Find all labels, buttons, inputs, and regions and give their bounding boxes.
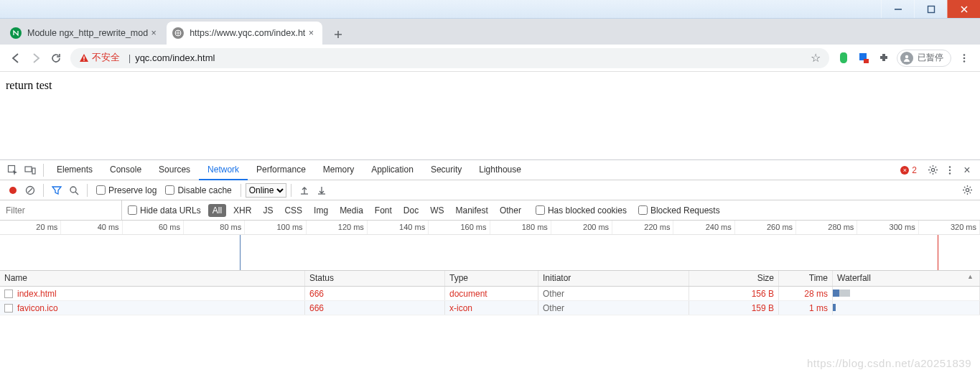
network-settings-icon[interactable] xyxy=(958,182,976,199)
request-name: favicon.ico xyxy=(17,303,58,313)
overview-tick: 200 ms xyxy=(551,221,612,234)
panel-tab-memory[interactable]: Memory xyxy=(314,160,363,180)
window-maximize-button[interactable] xyxy=(914,0,947,18)
inspect-element-icon[interactable] xyxy=(4,162,22,179)
import-har-icon[interactable] xyxy=(296,182,313,199)
window-minimize-button[interactable] xyxy=(881,0,914,18)
has-blocked-cookies-checkbox[interactable]: Has blocked cookies xyxy=(536,205,627,216)
hide-data-urls-checkbox[interactable]: Hide data URLs xyxy=(128,205,201,216)
browser-toolbar: 不安全 | yqc.com/index.html ☆ 已暂停 xyxy=(0,45,980,72)
svg-point-16 xyxy=(949,172,951,174)
svg-rect-5 xyxy=(864,59,869,63)
new-tab-button[interactable] xyxy=(328,24,348,45)
type-filter-ws[interactable]: WS xyxy=(426,204,448,217)
disable-cache-checkbox[interactable]: Disable cache xyxy=(165,185,231,195)
svg-point-9 xyxy=(963,60,966,62)
extensions-puzzle-icon[interactable] xyxy=(874,48,894,68)
extension-flag-icon[interactable] xyxy=(854,48,874,68)
tab-close-icon[interactable]: × xyxy=(305,27,317,39)
type-filter-js[interactable]: JS xyxy=(258,204,277,217)
request-initiator: Other xyxy=(538,301,689,315)
filter-input-wrapper xyxy=(0,200,122,220)
type-filter-css[interactable]: CSS xyxy=(280,204,307,217)
col-type[interactable]: Type xyxy=(445,271,538,286)
panel-tab-sources[interactable]: Sources xyxy=(150,160,199,180)
preserve-log-checkbox[interactable]: Preserve log xyxy=(96,185,157,195)
extension-evernote-icon[interactable] xyxy=(834,48,854,68)
console-error-badge[interactable]: × 2 xyxy=(900,165,917,175)
clear-button[interactable] xyxy=(22,182,39,199)
network-filter-row: Hide data URLs All XHR JS CSS Img Media … xyxy=(0,200,980,221)
type-filter-font[interactable]: Font xyxy=(370,204,396,217)
svg-rect-3 xyxy=(83,60,84,60)
panel-tab-application[interactable]: Application xyxy=(363,160,422,180)
error-count: 2 xyxy=(912,165,917,175)
record-button[interactable] xyxy=(4,182,22,199)
type-filter-all[interactable]: All xyxy=(208,204,226,217)
col-status[interactable]: Status xyxy=(305,271,445,286)
browser-tab-1[interactable]: https://www.yqc.com/index.ht × xyxy=(167,22,322,45)
type-filter-img[interactable]: Img xyxy=(309,204,332,217)
profile-avatar-icon xyxy=(900,52,913,65)
insecure-warning-label: 不安全 xyxy=(92,52,120,64)
network-overview[interactable]: 20 ms40 ms60 ms80 ms100 ms120 ms140 ms16… xyxy=(0,221,980,271)
device-toolbar-icon[interactable] xyxy=(22,162,39,179)
overview-marker xyxy=(938,235,938,270)
type-filter-manifest[interactable]: Manifest xyxy=(452,204,493,217)
devtools-settings-icon[interactable] xyxy=(924,162,941,179)
col-initiator[interactable]: Initiator xyxy=(538,271,689,286)
panel-tab-performance[interactable]: Performance xyxy=(248,160,314,180)
export-har-icon[interactable] xyxy=(313,182,330,199)
overview-tick: 300 ms xyxy=(857,221,918,234)
overview-tick: 60 ms xyxy=(123,221,184,234)
address-bar[interactable]: 不安全 | yqc.com/index.html ☆ xyxy=(70,48,829,68)
svg-point-15 xyxy=(949,169,951,170)
panel-tab-elements[interactable]: Elements xyxy=(48,160,101,180)
insecure-warning: 不安全 xyxy=(79,52,120,64)
overview-tick: 100 ms xyxy=(245,221,306,234)
request-name: index.html xyxy=(17,289,57,299)
type-filter-xhr[interactable]: XHR xyxy=(229,204,256,217)
window-close-button[interactable] xyxy=(947,0,980,18)
col-waterfall[interactable]: Waterfall xyxy=(833,271,980,286)
url-text: yqc.com/index.html xyxy=(135,52,215,63)
panel-tab-console[interactable]: Console xyxy=(101,160,150,180)
col-name[interactable]: Name xyxy=(0,271,305,286)
col-time[interactable]: Time xyxy=(779,271,833,286)
overview-tick: 180 ms xyxy=(490,221,551,234)
svg-point-17 xyxy=(9,187,17,194)
svg-point-7 xyxy=(963,54,966,56)
network-row[interactable]: index.html666documentOther156 B28 ms xyxy=(0,287,980,301)
file-icon xyxy=(4,290,13,298)
col-size[interactable]: Size xyxy=(689,271,779,286)
tab-close-icon[interactable]: × xyxy=(148,27,159,39)
search-icon[interactable] xyxy=(65,182,83,199)
nav-forward-button[interactable] xyxy=(26,48,46,68)
svg-rect-2 xyxy=(83,56,84,59)
type-filter-doc[interactable]: Doc xyxy=(399,204,423,217)
devtools-more-icon[interactable] xyxy=(941,162,958,179)
panel-tab-lighthouse[interactable]: Lighthouse xyxy=(470,160,530,180)
blocked-requests-checkbox[interactable]: Blocked Requests xyxy=(638,205,720,216)
throttling-select[interactable]: Online xyxy=(246,183,286,198)
browser-menu-button[interactable] xyxy=(954,48,974,68)
request-waterfall xyxy=(833,287,980,300)
nav-back-button[interactable] xyxy=(6,48,26,68)
type-filter-media[interactable]: Media xyxy=(335,204,368,217)
network-table: Name Status Type Initiator Size Time Wat… xyxy=(0,271,980,375)
devtools-panel: Elements Console Sources Network Perform… xyxy=(0,159,980,375)
panel-tab-security[interactable]: Security xyxy=(422,160,470,180)
request-time: 28 ms xyxy=(779,287,833,300)
bookmark-star-icon[interactable]: ☆ xyxy=(811,51,821,65)
nav-reload-button[interactable] xyxy=(46,48,66,68)
filter-toggle-icon[interactable] xyxy=(48,182,65,199)
filter-input[interactable] xyxy=(4,205,117,216)
panel-tab-network[interactable]: Network xyxy=(199,160,248,180)
browser-tab-0[interactable]: Module ngx_http_rewrite_mod × xyxy=(4,22,165,45)
type-filter-other[interactable]: Other xyxy=(495,204,526,217)
overview-ruler: 20 ms40 ms60 ms80 ms100 ms120 ms140 ms16… xyxy=(0,221,980,235)
devtools-close-icon[interactable]: × xyxy=(958,162,976,179)
request-waterfall xyxy=(833,301,980,315)
network-row[interactable]: favicon.ico666x-iconOther159 B1 ms xyxy=(0,301,980,315)
profile-chip[interactable]: 已暂停 xyxy=(897,50,951,67)
